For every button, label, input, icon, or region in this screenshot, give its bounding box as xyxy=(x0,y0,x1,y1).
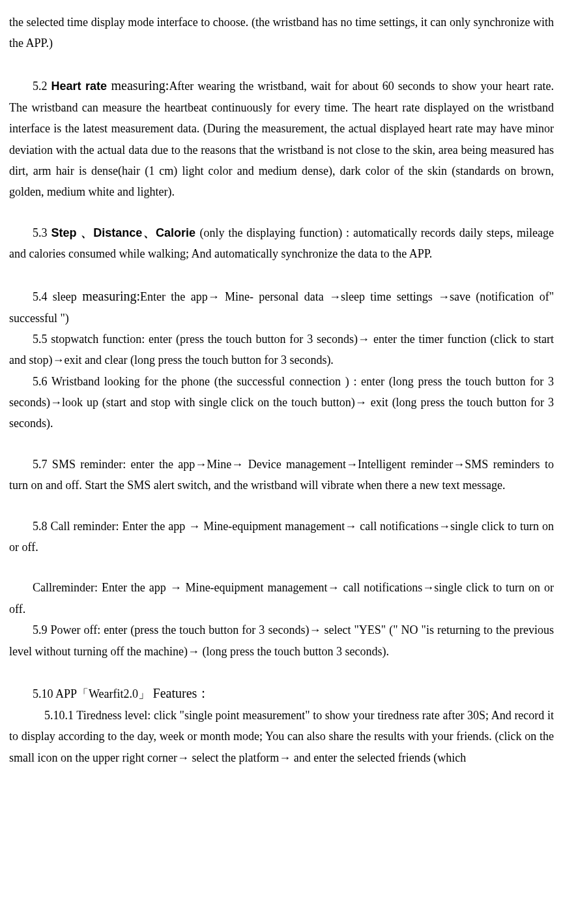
section-5-9: 5.9 Power off: enter (press the touch bu… xyxy=(9,619,554,662)
section-5-10-num: 5.10 APP「Wearfit2.0」 xyxy=(33,687,153,700)
section-5-10-word: Features： xyxy=(153,686,210,700)
section-5-7: 5.7 SMS reminder: enter the app→Mine→ De… xyxy=(9,454,554,496)
section-5-3: 5.3 Step 、Distance、Calorie (only the dis… xyxy=(9,222,554,265)
section-5-10-1: 5.10.1 Tiredness level: click "single po… xyxy=(9,705,554,768)
section-5-3-num: 5.3 xyxy=(33,226,51,239)
section-5-4-word: measuring: xyxy=(82,289,140,303)
section-5-5: 5.5 stopwatch function: enter (press the… xyxy=(9,329,554,371)
section-5-8: 5.8 Call reminder: Enter the app → Mine-… xyxy=(9,516,554,558)
section-5-2-num: 5.2 xyxy=(33,80,51,93)
section-5-3-bold: Step 、Distance、Calorie xyxy=(51,226,199,239)
section-5-2-body: After wearing the wristband, wait for ab… xyxy=(9,80,554,199)
section-5-6: 5.6 Wristband looking for the phone (the… xyxy=(9,371,554,434)
intro-paragraph: the selected time display mode interface… xyxy=(9,12,554,54)
section-5-2-bold: Heart rate xyxy=(51,80,111,93)
section-5-2-word: measuring: xyxy=(111,78,169,93)
section-5-2: 5.2 Heart rate measuring:After wearing t… xyxy=(9,74,554,203)
section-5-10-title: 5.10 APP「Wearfit2.0」 Features： xyxy=(9,681,554,705)
section-5-4-num: 5.4 sleep xyxy=(33,290,82,303)
section-5-4: 5.4 sleep measuring:Enter the app→ Mine-… xyxy=(9,284,554,329)
section-5-8b: Callreminder: Enter the app → Mine-equip… xyxy=(9,577,554,619)
